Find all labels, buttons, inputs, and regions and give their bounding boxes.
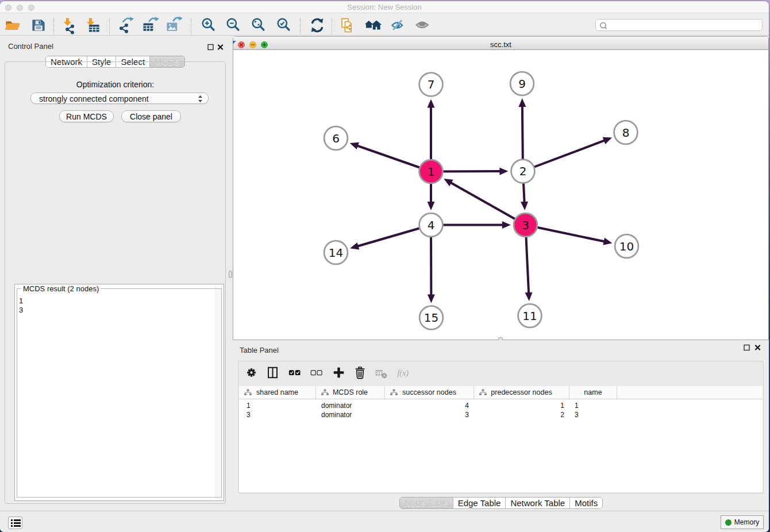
zoom-selected-icon[interactable] [275,16,293,34]
node-1[interactable]: 1 [419,160,443,183]
export-network-icon[interactable] [117,16,135,34]
svg-text:f(x): f(x) [397,368,409,378]
status-bar: Memory [0,511,769,532]
tab-motifs[interactable]: Motifs [569,498,602,508]
show-all-icon[interactable] [414,16,432,34]
toolbar-separator [53,18,54,34]
toolbar-separator [332,18,332,34]
table-cell: 3 [575,411,579,419]
table-cell: dominator [321,411,352,419]
table-cell: 3 [385,411,469,419]
table-row[interactable]: 1dominator411 [239,401,763,410]
optimization-criterion-select[interactable]: strongly connected component [30,92,209,104]
mcds-result-list: 13 [19,296,23,315]
toggle-columns-icon[interactable] [265,365,280,380]
column-header-successor-nodes[interactable]: successor nodes [385,386,474,399]
import-table-icon[interactable] [84,16,102,34]
node-6[interactable]: 6 [324,126,348,150]
node-15[interactable]: 15 [419,306,443,330]
refresh-icon[interactable] [308,16,326,34]
add-column-icon[interactable] [332,365,346,380]
combo-selected-value: strongly connected component [39,94,149,103]
column-header-name[interactable]: name [569,386,617,399]
app-window: Session: New Session Control Panel Netwo… [0,1,769,532]
tab-node-table[interactable]: Node Table [400,498,453,508]
column-header-predecessor-nodes[interactable]: predecessor nodes [474,386,569,399]
select-all-icon[interactable] [287,365,302,380]
node-label: 14 [329,246,343,260]
table-settings-icon[interactable] [244,365,259,380]
table-container: f(x) shared nameMCDS rolesuccessor nodes… [238,361,764,494]
edge-arrowhead [350,242,359,249]
import-network-icon[interactable] [61,16,79,34]
edge-arrowhead [525,292,533,301]
table-panel-close-icon[interactable] [754,344,762,352]
task-history-button[interactable] [8,516,22,529]
vertical-splitter-grip[interactable] [229,271,232,278]
window-titlebar: Session: New Session [0,1,769,13]
network-graph[interactable]: 1234678910111415 [233,51,768,340]
control-panel-float-icon[interactable] [207,43,215,51]
delete-table-icon [374,365,388,380]
table-row[interactable]: 3dominator323 [239,410,763,419]
table-cell: 3 [247,411,251,419]
column-header-MCDS-role[interactable]: MCDS role [316,386,385,399]
export-table-icon[interactable] [141,16,159,34]
network-window-title: scc.txt [233,40,768,49]
zoom-out-icon[interactable] [224,16,242,34]
node-table[interactable]: shared nameMCDS rolesuccessor nodesprede… [239,386,763,492]
search-input[interactable] [595,19,763,31]
save-session-icon[interactable] [29,16,48,34]
node-11[interactable]: 11 [518,304,542,327]
first-neighbors-icon[interactable] [364,16,382,34]
delete-column-icon[interactable] [353,365,367,380]
node-10[interactable]: 10 [615,234,638,258]
focus-corner-accent [233,36,236,47]
node-label: 7 [428,78,435,91]
node-label: 9 [518,77,526,91]
edge-arrowhead [428,202,435,210]
table-cell: 1 [247,402,251,410]
run-mcds-button[interactable]: Run MCDS [59,110,114,122]
duplicate-network-icon[interactable] [338,16,356,34]
zoom-in-icon[interactable] [199,16,218,34]
control-panel-close-icon[interactable] [217,43,225,51]
node-3[interactable]: 3 [514,213,537,237]
edge-3-1[interactable] [451,182,526,225]
chevron-updown-icon [197,94,203,106]
export-image-icon[interactable] [164,16,183,34]
tab-network-table[interactable]: Network Table [505,498,569,508]
toolbar-separator [300,18,301,34]
node-8[interactable]: 8 [614,121,638,144]
node-9[interactable]: 9 [510,72,534,95]
function-builder-icon: f(x) [395,365,410,380]
memory-button[interactable]: Memory [721,515,764,529]
network-window-titlebar[interactable]: scc.txt [233,37,768,50]
close-panel-button[interactable]: Close panel [121,110,181,122]
node-2[interactable]: 2 [511,160,535,183]
edge-2-8[interactable] [523,140,605,171]
deselect-all-icon[interactable] [309,365,324,380]
control-panel-title: Control Panel [8,42,53,51]
edge-arrowhead [603,238,612,245]
result-item: 3 [19,306,23,315]
table-cell: 2 [474,411,564,419]
network-view-window: scc.txt 1234678910111415 [233,36,769,340]
open-session-icon[interactable] [3,16,22,34]
window-title: Session: New Session [0,3,769,11]
node-label: 11 [522,309,537,323]
edge-arrowhead [350,142,359,149]
column-header-shared-name[interactable]: shared name [239,386,316,399]
node-label: 1 [428,165,435,179]
node-14[interactable]: 14 [324,241,348,264]
tab-edge-table[interactable]: Edge Table [453,498,506,508]
network-canvas[interactable]: 1234678910111415 [233,51,768,340]
node-label: 15 [424,311,438,325]
table-panel-float-icon[interactable] [743,344,751,352]
node-4[interactable]: 4 [419,213,443,237]
node-7[interactable]: 7 [419,73,443,97]
node-label: 3 [522,218,529,232]
edge-arrowhead [521,202,528,210]
zoom-fit-icon[interactable] [249,16,268,34]
hide-selected-icon[interactable] [389,16,407,34]
